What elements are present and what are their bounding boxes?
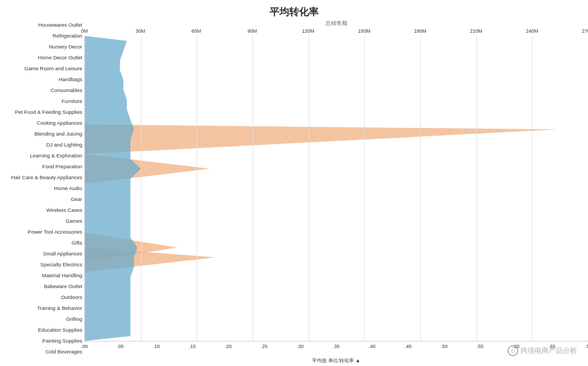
y-label-9: Cooking Appliances (0, 118, 82, 128)
y-label-26: Training & Behavior (0, 303, 82, 313)
chart-title: 平均转化率 (0, 0, 588, 19)
y-label-28: Education Supplies (0, 325, 82, 335)
svg-marker-2 (85, 233, 177, 262)
bottom-tick-1: .05 (117, 344, 124, 349)
y-label-13: Food Preparation (0, 162, 82, 172)
top-tick-2: 60M (192, 28, 201, 34)
y-label-2: Nursery Decor (0, 42, 82, 52)
top-tick-8: 240M (526, 28, 538, 34)
y-label-23: Material Handling (0, 271, 82, 280)
svg-marker-3 (85, 247, 216, 272)
bottom-tick-11: .55 (477, 344, 484, 349)
bottom-tick-6: .30 (297, 344, 304, 349)
y-label-22: Specialty Electrics (0, 260, 82, 270)
y-label-20: Gifts (0, 238, 82, 248)
top-tick-6: 180M (414, 28, 426, 34)
y-label-12: Learning & Exploration (0, 151, 82, 161)
y-label-21: Small Appliances (0, 249, 82, 259)
bottom-axis-label: 平均值 单位:转化率 ▲ (84, 357, 588, 364)
top-tick-9: 270M (582, 28, 588, 34)
bottom-tick-4: .20 (225, 344, 232, 349)
y-label-16: Gear (0, 194, 82, 204)
y-label-3: Home Decor Outlet (0, 53, 82, 63)
y-label-27: Grilling (0, 314, 82, 324)
top-tick-7: 210M (470, 28, 482, 34)
bottom-tick-0: .00 (81, 344, 88, 349)
y-label-0: Housewares Outlet (0, 20, 82, 30)
top-axis-subtitle: 总销售额 (326, 20, 347, 27)
y-label-24: Bakeware Outlet (0, 282, 82, 291)
bottom-tick-2: .10 (153, 344, 160, 349)
y-axis-labels: Housewares OutletRefrigerationNursery De… (0, 20, 84, 357)
y-label-10: Blending and Juicing (0, 129, 82, 139)
y-label-1: Refrigeration (0, 31, 82, 41)
y-label-8: Pet Food & Feeding Supplies (0, 107, 82, 117)
y-label-11: DJ and Lighting (0, 140, 82, 150)
chart-container: 平均转化率 Housewares OutletRefrigerationNurs… (0, 0, 588, 366)
y-label-18: Games (0, 216, 82, 226)
y-label-25: Outdoors (0, 292, 82, 302)
y-label-14: Hair Care & Beauty Appliances (0, 173, 82, 182)
blue-area-svg (85, 36, 588, 341)
y-label-30: Cold Beverages (0, 347, 82, 357)
orange-area-svg (85, 36, 588, 341)
y-label-15: Home Audio (0, 184, 82, 193)
svg-marker-1 (85, 154, 210, 184)
watermark: ⊙ 跨境电商产品分析 (507, 345, 577, 356)
y-label-4: Game Room and Leisure (0, 64, 82, 74)
y-label-19: Power Tool Accessories (0, 227, 82, 237)
watermark-text: 跨境电商产品分析 (520, 346, 577, 356)
top-tick-3: 90M (248, 28, 258, 34)
y-label-6: Consumables (0, 86, 82, 95)
blue-area-polygon (85, 36, 141, 341)
bottom-tick-3: .15 (189, 344, 196, 349)
top-tick-4: 120M (302, 28, 315, 34)
y-label-29: Painting Supplies (0, 336, 82, 346)
bottom-tick-9: .45 (405, 344, 412, 349)
y-label-5: Handbags (0, 75, 82, 84)
watermark-icon: ⊙ (507, 345, 518, 356)
svg-marker-0 (85, 125, 559, 154)
y-label-7: Furniture (0, 96, 82, 106)
top-tick-5: 150M (358, 28, 371, 34)
bottom-tick-10: .50 (440, 344, 448, 349)
top-tick-1: 30M (136, 28, 145, 34)
bottom-tick-5: .25 (261, 344, 268, 349)
top-tick-0: 0M (81, 28, 88, 34)
bottom-tick-14: .70 (585, 344, 588, 349)
y-label-17: Wireless Cases (0, 205, 82, 215)
bottom-tick-7: .35 (333, 344, 340, 349)
bottom-tick-8: .40 (369, 344, 376, 349)
